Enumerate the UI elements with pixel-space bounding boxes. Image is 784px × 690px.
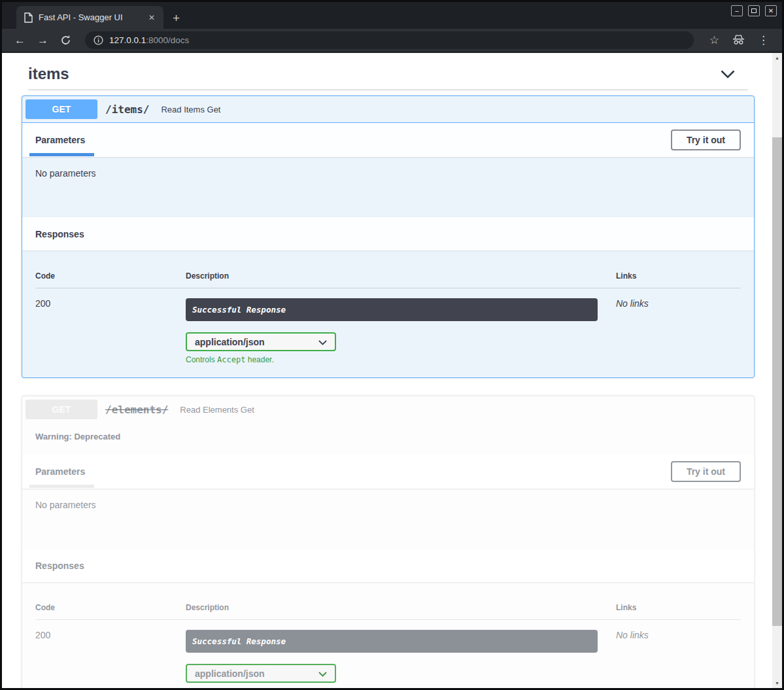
no-links-text: No links — [616, 630, 649, 640]
forward-icon[interactable]: → — [31, 35, 54, 46]
minimize-icon: – — [735, 8, 739, 14]
responses-header: Responses — [22, 217, 754, 250]
page-viewport: items GET /items/ Read Items Get Paramet… — [2, 53, 782, 688]
operation-get-elements-deprecated: GET /elements/ Read Elements Get Warning… — [22, 396, 755, 688]
operation-description: Read Elements Get — [180, 405, 254, 415]
parameters-body: No parameters — [22, 489, 754, 549]
bookmark-star-icon[interactable]: ☆ — [703, 35, 726, 46]
response-links-cell: No links — [616, 298, 741, 364]
column-links: Links — [616, 603, 741, 612]
response-row: 200 Successful Response application/json… — [35, 620, 741, 688]
parameters-body: No parameters — [22, 157, 754, 217]
try-it-out-button[interactable]: Try it out — [671, 461, 741, 482]
tag-title: items — [28, 65, 69, 83]
parameters-tab: Parameters — [35, 123, 92, 157]
tab-close-icon[interactable]: ✕ — [145, 12, 158, 24]
parameters-title: Parameters — [35, 466, 85, 477]
swagger-ui: items GET /items/ Read Items Get Paramet… — [2, 53, 772, 688]
response-code: 200 — [35, 298, 186, 364]
operation-summary[interactable]: GET /items/ Read Items Get — [22, 96, 754, 123]
media-type-value: application/json — [195, 668, 265, 679]
media-type-value: application/json — [195, 337, 265, 347]
response-description-cell: Successful Response application/json Con… — [186, 630, 616, 688]
accept-header-note: Controls Accept header. — [186, 355, 616, 364]
responses-body: Code Description Links 200 Successful Re… — [22, 582, 754, 688]
maximize-button[interactable] — [748, 5, 760, 16]
media-type-select[interactable]: application/json — [186, 332, 336, 351]
no-links-text: No links — [616, 298, 649, 309]
operation-path: /elements/ — [105, 404, 168, 416]
browser-window: Fast API - Swagger UI ✕ + – ✕ ← → 127.0.… — [0, 0, 784, 690]
browser-toolbar: ← → 127.0.0.1:8000/docs ☆ ⋮ — [2, 29, 782, 53]
responses-title: Responses — [35, 229, 84, 239]
accept-header-note: Controls Accept header. — [186, 687, 616, 688]
url-host: 127.0.0.1 — [109, 35, 146, 45]
parameters-header: Parameters Try it out — [22, 123, 754, 157]
response-links-cell: No links — [616, 630, 741, 688]
scroll-up-icon[interactable]: ▲ — [772, 53, 782, 63]
responses-table-header: Code Description Links — [35, 271, 741, 288]
deprecated-warning: Warning: Deprecated — [22, 423, 754, 455]
responses-table-header: Code Description Links — [35, 603, 741, 620]
column-links: Links — [616, 271, 741, 281]
operation-description: Read Items Get — [161, 105, 220, 114]
accept-code-text: Accept — [217, 355, 245, 364]
reload-icon[interactable] — [54, 35, 77, 46]
site-info-icon[interactable] — [94, 35, 103, 45]
tab-title: Fast API - Swagger UI — [39, 12, 145, 22]
column-description: Description — [186, 271, 616, 281]
response-description-cell: Successful Response application/json Con… — [186, 298, 616, 364]
parameters-header: Parameters Try it out — [22, 455, 754, 489]
response-description-box: Successful Response — [186, 630, 598, 653]
response-row: 200 Successful Response application/json… — [35, 288, 741, 364]
media-type-select[interactable]: application/json — [186, 664, 336, 683]
url-text: 127.0.0.1:8000/docs — [109, 35, 189, 45]
address-bar[interactable]: 127.0.0.1:8000/docs — [85, 31, 694, 49]
operation-get-items: GET /items/ Read Items Get Parameters Tr… — [22, 95, 755, 378]
tag-section-header[interactable]: items — [28, 58, 748, 90]
responses-title: Responses — [35, 561, 84, 571]
browser-tab[interactable]: Fast API - Swagger UI ✕ — [16, 6, 163, 29]
maximize-icon — [751, 9, 757, 13]
incognito-icon — [726, 35, 751, 45]
parameters-title: Parameters — [35, 135, 85, 145]
no-parameters-text: No parameters — [35, 500, 96, 510]
active-tab-underline — [29, 153, 94, 156]
collapse-chevron-icon[interactable] — [721, 70, 735, 78]
select-chevron-icon — [318, 668, 327, 679]
try-it-out-button[interactable]: Try it out — [671, 129, 741, 150]
column-code: Code — [35, 603, 186, 612]
responses-header: Responses — [22, 549, 754, 582]
close-icon: ✕ — [768, 8, 774, 14]
response-description-box: Successful Response — [186, 298, 598, 321]
select-chevron-icon — [318, 337, 327, 347]
scroll-down-icon[interactable]: ▼ — [772, 678, 782, 688]
url-path: :8000/docs — [146, 35, 189, 45]
window-controls: – ✕ — [731, 5, 777, 16]
operation-path: /items/ — [105, 103, 149, 116]
tab-strip: Fast API - Swagger UI ✕ + – ✕ — [2, 2, 782, 29]
back-icon[interactable]: ← — [9, 35, 31, 46]
minimize-button[interactable]: – — [731, 5, 743, 16]
browser-menu-icon[interactable]: ⋮ — [751, 35, 775, 46]
parameters-tab: Parameters — [35, 455, 92, 489]
column-description: Description — [186, 603, 616, 612]
active-tab-underline — [29, 485, 94, 488]
page-icon — [24, 12, 33, 23]
column-code: Code — [35, 271, 186, 281]
responses-body: Code Description Links 200 Successful Re… — [22, 250, 754, 377]
response-code: 200 — [35, 630, 186, 688]
accept-code-text: Accept — [217, 687, 245, 688]
no-parameters-text: No parameters — [35, 168, 96, 179]
close-button[interactable]: ✕ — [765, 5, 777, 16]
method-badge: GET — [26, 400, 97, 419]
vertical-scrollbar[interactable]: ▲ ▼ — [772, 53, 782, 688]
scrollbar-thumb[interactable] — [772, 137, 782, 626]
operation-summary[interactable]: GET /elements/ Read Elements Get — [22, 396, 754, 423]
method-badge: GET — [26, 99, 97, 119]
new-tab-button[interactable]: + — [173, 12, 180, 24]
